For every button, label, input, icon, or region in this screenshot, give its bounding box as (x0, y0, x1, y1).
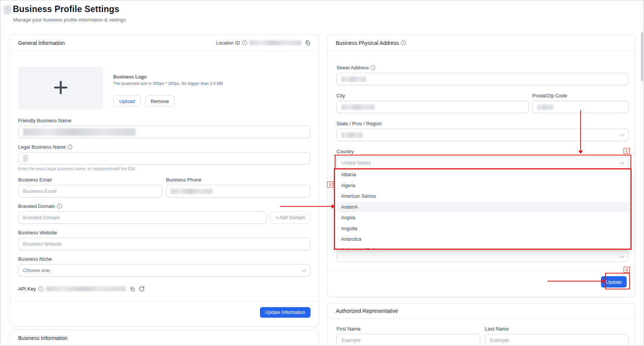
friendly-name-value-redacted (23, 128, 135, 136)
street-group: Street Address i (337, 65, 629, 85)
country-option[interactable]: Anguilla (335, 223, 630, 234)
info-icon: i (370, 65, 375, 70)
city-postal-row: City Postal/Zip Code (337, 93, 629, 113)
legal-name-label: Legal Business Name (18, 144, 66, 150)
friendly-name-field[interactable] (18, 126, 310, 138)
general-information-footer: Update Information (10, 301, 319, 318)
city-value-redacted (341, 105, 375, 110)
business-niche-label: Business Niche (18, 256, 310, 262)
business-email-label: Business Email (18, 177, 163, 183)
country-select[interactable]: United States (337, 157, 629, 169)
info-icon: i (242, 40, 247, 45)
postal-field[interactable] (532, 101, 629, 113)
address-body: Street Address i City Postal/Zip Code (327, 51, 635, 169)
remove-logo-button[interactable]: Remove (145, 95, 174, 107)
country-label: Country (337, 149, 629, 154)
api-key-label: API Key (18, 286, 36, 292)
business-website-label: Business Website (18, 230, 310, 235)
scrollbar-thumb[interactable] (641, 32, 643, 81)
api-key-value-redacted (46, 286, 126, 291)
first-name-input[interactable] (337, 334, 480, 346)
refresh-icon[interactable] (139, 286, 144, 292)
country-option[interactable]: Albania (335, 169, 630, 180)
page-title: Business Profile Settings (13, 4, 119, 14)
update-address-button[interactable]: Update (601, 276, 627, 288)
legal-name-helper: Enter the exact legal business name, as … (18, 166, 310, 171)
email-phone-row: Business Email Business Phone (18, 177, 310, 197)
postal-value-redacted (537, 105, 553, 110)
niche-group: Business Niche Choose one.. (18, 256, 310, 277)
representative-body: First Name Last Name (327, 318, 635, 346)
business-logo-hint: The proposed size is 350px * 180px. No b… (113, 81, 223, 86)
last-name-label: Last Name (485, 326, 629, 332)
branded-domain-group: Branded Domain i + Add Domain (18, 203, 310, 224)
logo-meta: Business Logo The proposed size is 350px… (113, 67, 223, 109)
update-information-button[interactable]: Update Information (260, 307, 310, 318)
legal-name-group: Legal Business Name i Enter the exact le… (18, 144, 310, 171)
country-option[interactable]: Angola (335, 212, 630, 223)
address-header: Business Physical Address i (327, 35, 635, 51)
business-physical-address-card: Business Physical Address i Street Addre… (327, 34, 635, 297)
country-group: Country United States (337, 149, 629, 169)
state-select[interactable] (337, 129, 629, 141)
first-name-label: First Name (337, 326, 480, 332)
country-option[interactable]: Antarctica (335, 234, 630, 245)
info-icon: i (57, 204, 62, 209)
business-phone-value-redacted (171, 189, 212, 194)
logo-upload-dropzone[interactable] (18, 67, 103, 109)
branded-domain-input[interactable] (18, 211, 267, 224)
business-email-input[interactable] (18, 185, 163, 197)
page-header: Business Profile Settings Manage your bu… (4, 4, 126, 23)
website-group: Business Website (18, 230, 310, 250)
city-field[interactable] (337, 101, 529, 113)
chevron-down-icon (620, 254, 624, 258)
general-information-title: General Information (18, 40, 65, 46)
api-key-row: API Key i (18, 286, 310, 292)
street-address-field[interactable] (337, 73, 629, 85)
country-option[interactable]: Antigua and Barbuda (335, 245, 630, 250)
business-niche-select[interactable]: Choose one.. (18, 264, 310, 277)
country-option[interactable]: American Samoa (335, 191, 630, 202)
country-dropdown-list: Albania Algeria American Samoa AndorrA A… (335, 169, 630, 249)
page-subtitle: Manage your business profile information… (13, 17, 126, 23)
info-icon: i (401, 40, 406, 45)
info-icon: i (38, 286, 43, 291)
business-information-card: Business Information (9, 329, 319, 346)
representative-header: Authorized Representative (327, 303, 635, 318)
state-group: State / Prov / Region (337, 121, 629, 141)
country-option-highlighted[interactable]: AndorrA (335, 202, 630, 213)
last-name-input[interactable] (485, 334, 629, 346)
chevron-down-icon (302, 268, 306, 272)
business-phone-label: Business Phone (166, 177, 310, 183)
business-information-header: Business Information (10, 330, 319, 346)
chevron-down-icon (620, 132, 624, 136)
address-title: Business Physical Address (336, 40, 399, 46)
business-niche-value: Choose one.. (23, 268, 52, 273)
business-information-title: Business Information (18, 335, 68, 341)
business-profile-settings-page: Business Profile Settings Manage your bu… (0, 0, 644, 346)
business-logo-label: Business Logo (113, 74, 223, 80)
business-website-input[interactable] (18, 238, 310, 250)
friendly-name-label: Friendly Business Name (18, 118, 310, 123)
country-option[interactable]: Algeria (335, 180, 630, 191)
chevron-down-icon (620, 160, 624, 164)
state-value-redacted (341, 132, 363, 138)
location-id-label: Location ID (216, 40, 240, 46)
location-id-value-redacted (249, 40, 301, 45)
page-title-icon-redacted (4, 5, 11, 14)
state-label: State / Prov / Region (337, 121, 629, 126)
timezone-select-partial[interactable] (337, 251, 629, 262)
copy-icon[interactable] (130, 286, 135, 292)
legal-name-field[interactable] (18, 152, 310, 165)
general-information-card: General Information Location ID i Busine… (9, 34, 319, 326)
copy-icon[interactable] (305, 40, 310, 46)
city-label: City (337, 93, 529, 98)
add-domain-button[interactable]: + Add Domain (270, 211, 310, 224)
upload-logo-button[interactable]: Upload (113, 95, 141, 107)
info-icon: i (68, 145, 72, 149)
business-phone-field[interactable] (166, 185, 310, 197)
authorized-representative-card: Authorized Representative First Name Las… (327, 303, 635, 346)
street-address-label: Street Address (337, 65, 369, 71)
street-address-value-redacted (341, 77, 366, 82)
plus-icon (52, 79, 69, 98)
